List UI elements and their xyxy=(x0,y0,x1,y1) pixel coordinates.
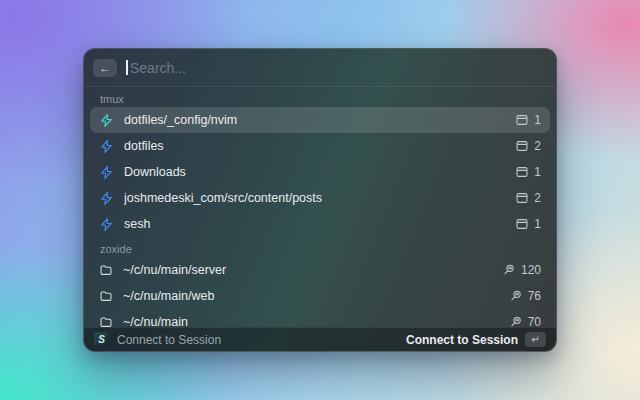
item-count: 1 xyxy=(534,165,541,179)
folder-icon xyxy=(99,289,113,303)
desktop-background: { "window": { "search": { "placeholder":… xyxy=(0,0,640,400)
return-key-icon: ↵ xyxy=(531,334,539,345)
sesh-app-icon: S xyxy=(94,332,109,347)
list-item-label: sesh xyxy=(124,217,505,231)
list-item-accessory: 1 xyxy=(515,113,541,127)
list-item-label: ~/c/nu/main xyxy=(123,315,499,327)
list-item[interactable]: joshmedeski_com/src/content/posts2 xyxy=(90,185,550,211)
list-item-accessory: 2 xyxy=(515,191,541,205)
list-item-accessory: 1 xyxy=(515,217,541,231)
item-count: 70 xyxy=(528,315,541,327)
results-list: tmuxdotfiles/_config/nvim1dotfiles2Downl… xyxy=(84,87,556,327)
item-count: 76 xyxy=(528,289,541,303)
bolt-icon xyxy=(99,113,114,128)
list-item-accessory: 70 xyxy=(509,315,541,327)
window-icon xyxy=(515,217,529,231)
item-count: 2 xyxy=(534,191,541,205)
bolt-icon xyxy=(99,139,114,154)
item-count: 2 xyxy=(534,139,541,153)
window-icon xyxy=(515,139,529,153)
item-count: 120 xyxy=(521,263,541,277)
launcher-window: ← tmuxdotfiles/_config/nvim1dotfiles2Dow… xyxy=(83,48,557,352)
list-item-label: ~/c/nu/main/server xyxy=(123,263,492,277)
window-icon xyxy=(515,113,529,127)
connect-to-session-action[interactable]: Connect to Session ↵ xyxy=(406,332,546,347)
bolt-icon xyxy=(99,217,114,232)
list-item[interactable]: ~/c/nu/main70 xyxy=(90,309,550,327)
item-count: 1 xyxy=(534,217,541,231)
list-item-accessory: 1 xyxy=(515,165,541,179)
bolt-icon xyxy=(99,165,114,180)
list-item[interactable]: ~/c/nu/main/server120 xyxy=(90,257,550,283)
action-label: Connect to Session xyxy=(406,333,518,347)
list-item-accessory: 76 xyxy=(509,289,541,303)
back-arrow-icon: ← xyxy=(99,62,111,74)
window-icon xyxy=(515,165,529,179)
list-item-label: dotfiles/_config/nvim xyxy=(124,113,505,127)
list-item-label: ~/c/nu/main/web xyxy=(123,289,499,303)
section-header-zoxide: zoxide xyxy=(90,237,550,257)
footer-bar: S Connect to Session Connect to Session … xyxy=(84,327,556,351)
search-bar: ← xyxy=(84,49,556,87)
magnifier-icon xyxy=(502,263,516,277)
list-item-accessory: 120 xyxy=(502,263,541,277)
window-icon xyxy=(515,191,529,205)
back-button[interactable]: ← xyxy=(93,59,117,77)
section-header-tmux: tmux xyxy=(90,87,550,107)
bolt-icon xyxy=(99,191,114,206)
folder-icon xyxy=(99,315,113,327)
list-item-label: dotfiles xyxy=(124,139,505,153)
list-item[interactable]: Downloads1 xyxy=(90,159,550,185)
return-key-badge[interactable]: ↵ xyxy=(525,332,546,347)
list-item[interactable]: dotfiles2 xyxy=(90,133,550,159)
list-item[interactable]: ~/c/nu/main/web76 xyxy=(90,283,550,309)
list-item[interactable]: sesh1 xyxy=(90,211,550,237)
footer-hint-label: Connect to Session xyxy=(117,333,221,347)
item-count: 1 xyxy=(534,113,541,127)
search-input[interactable] xyxy=(130,60,547,76)
list-item-accessory: 2 xyxy=(515,139,541,153)
magnifier-icon xyxy=(509,289,523,303)
list-item-label: Downloads xyxy=(124,165,505,179)
text-caret xyxy=(126,60,128,75)
magnifier-icon xyxy=(509,315,523,327)
folder-icon xyxy=(99,263,113,277)
list-item[interactable]: dotfiles/_config/nvim1 xyxy=(90,107,550,133)
list-item-label: joshmedeski_com/src/content/posts xyxy=(124,191,505,205)
